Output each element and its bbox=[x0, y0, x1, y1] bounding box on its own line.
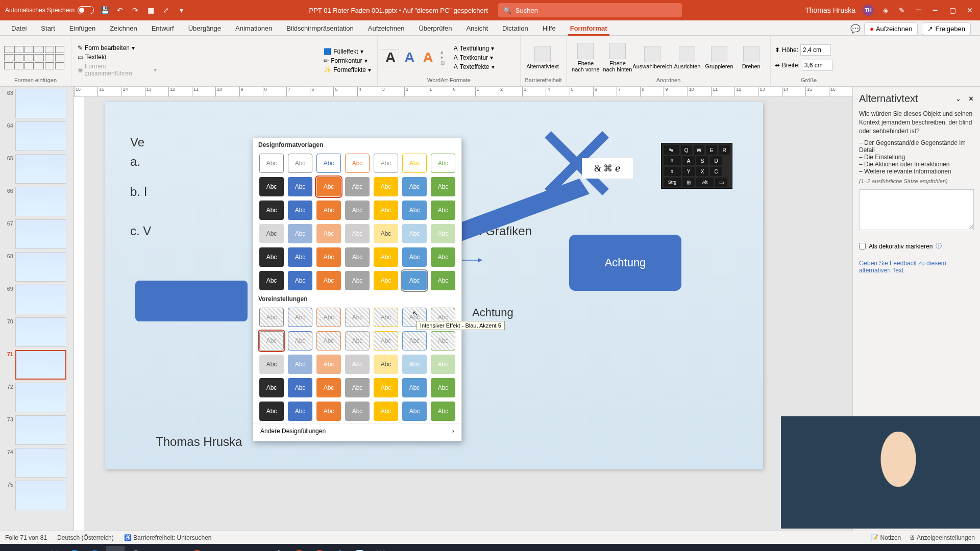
slide-count[interactable]: Folie 71 von 81 bbox=[5, 534, 47, 541]
style-swatch[interactable]: Abc bbox=[402, 378, 427, 397]
style-swatch[interactable]: Abc bbox=[288, 378, 312, 397]
display-settings-button[interactable]: 🖥 Anzeigeeinstellungen bbox=[909, 534, 975, 541]
style-swatch[interactable]: Abc bbox=[345, 378, 370, 397]
autosave-toggle[interactable]: Automatisches Speichern bbox=[5, 6, 94, 14]
style-swatch[interactable]: Abc bbox=[345, 308, 370, 327]
style-swatch[interactable]: Abc bbox=[402, 224, 427, 243]
slide-canvas[interactable]: 1615141312111098765432101234567891011121… bbox=[74, 87, 852, 531]
tab-entwurf[interactable]: Entwurf bbox=[144, 21, 181, 35]
style-swatch[interactable]: Abc bbox=[431, 271, 455, 290]
thumbnail-slide[interactable]: 64 bbox=[2, 121, 71, 151]
style-swatch[interactable]: Abc bbox=[259, 402, 284, 421]
user-name[interactable]: Thomas Hruska bbox=[805, 6, 855, 14]
style-swatch[interactable]: Abc bbox=[374, 271, 398, 290]
tab-dictation[interactable]: Dictation bbox=[495, 21, 535, 35]
style-swatch[interactable]: Abc bbox=[316, 154, 341, 173]
app-icon[interactable]: 🔴 bbox=[188, 546, 206, 551]
style-swatch[interactable]: Abc bbox=[402, 331, 427, 350]
avatar[interactable]: TH bbox=[863, 5, 874, 16]
shapes-gallery[interactable] bbox=[4, 46, 64, 69]
explorer-icon[interactable]: 📁 bbox=[24, 546, 43, 551]
style-swatch[interactable]: Abc bbox=[431, 224, 455, 243]
close-button[interactable]: ✕ bbox=[965, 5, 975, 15]
thumbnail-slide[interactable]: 65 bbox=[2, 154, 71, 184]
style-swatch[interactable]: Abc bbox=[374, 402, 398, 421]
fill-effect-button[interactable]: 🟦 Fülleffekt ▾ bbox=[322, 47, 373, 56]
style-swatch[interactable]: Abc bbox=[316, 308, 341, 327]
app-icon[interactable]: ⭕ bbox=[290, 546, 308, 551]
style-swatch[interactable]: Abc bbox=[374, 355, 398, 374]
style-swatch[interactable]: Abc bbox=[402, 154, 427, 173]
style-swatch[interactable]: Abc bbox=[288, 308, 312, 327]
style-swatch[interactable]: Abc bbox=[259, 177, 284, 196]
other-fills-button[interactable]: Andere Designfüllungen› bbox=[253, 423, 461, 439]
style-swatch[interactable]: Abc bbox=[431, 355, 455, 374]
chevron-down-icon[interactable]: ⌄ bbox=[955, 95, 961, 103]
style-swatch[interactable]: Abc bbox=[259, 224, 284, 243]
tab-uebergaenge[interactable]: Übergänge bbox=[181, 21, 228, 35]
style-swatch[interactable]: Abc bbox=[374, 224, 398, 243]
text-outline-button[interactable]: A Textkontur ▾ bbox=[452, 54, 497, 62]
text-effects-button[interactable]: A Texteffekte ▾ bbox=[452, 63, 497, 71]
slide-thumbnails[interactable]: 63646566676869707172737475 bbox=[0, 87, 74, 531]
close-icon[interactable]: ✕ bbox=[968, 95, 974, 103]
style-swatch[interactable]: Abc bbox=[288, 331, 312, 350]
thumbnail-slide[interactable]: 70 bbox=[2, 317, 71, 347]
style-swatch[interactable]: Abc bbox=[259, 201, 284, 220]
language-status[interactable]: Deutsch (Österreich) bbox=[57, 534, 114, 541]
thumbnail-slide[interactable]: 63 bbox=[2, 89, 71, 118]
undo-icon[interactable]: ↶ bbox=[115, 6, 125, 15]
style-swatch[interactable]: Abc bbox=[345, 201, 370, 220]
notes-button[interactable]: 📝 Notizen bbox=[871, 534, 901, 541]
feedback-link[interactable]: Geben Sie Feedback zu diesem alternative… bbox=[859, 260, 974, 274]
shape-effects-button[interactable]: ✨ Formeffekte ▾ bbox=[322, 66, 373, 74]
edit-shape-button[interactable]: ✎ Form bearbeiten ▾ bbox=[76, 44, 159, 52]
onenote-icon[interactable]: N bbox=[208, 546, 227, 551]
style-swatch[interactable]: Abc bbox=[402, 271, 427, 290]
tab-animationen[interactable]: Animationen bbox=[228, 21, 279, 35]
tab-ansicht[interactable]: Ansicht bbox=[459, 21, 495, 35]
style-swatch[interactable]: Abc bbox=[402, 177, 427, 196]
style-swatch[interactable]: Abc bbox=[288, 201, 312, 220]
style-swatch[interactable]: Abc bbox=[402, 247, 427, 267]
bring-forward-button[interactable]: Ebene nach vorne bbox=[571, 43, 601, 72]
style-swatch[interactable]: Abc bbox=[374, 201, 398, 220]
style-swatch[interactable]: Abc bbox=[345, 247, 370, 267]
thumbnail-slide[interactable]: 72 bbox=[2, 383, 71, 412]
style-swatch[interactable]: Abc bbox=[316, 271, 341, 290]
tab-einfuegen[interactable]: Einfügen bbox=[62, 21, 103, 35]
app-icon[interactable]: 🖼 bbox=[372, 546, 390, 551]
style-swatch[interactable]: Abc bbox=[259, 378, 284, 397]
app-icon[interactable]: 📄 bbox=[351, 546, 370, 551]
selection-pane-button[interactable]: Auswahlbereich bbox=[634, 46, 670, 69]
style-swatch[interactable]: Abc bbox=[259, 247, 284, 267]
wordart-style[interactable]: A bbox=[420, 49, 436, 66]
minimize-button[interactable]: ━ bbox=[930, 5, 940, 15]
shape-outline-button[interactable]: ✏ Formkontur ▾ bbox=[322, 57, 373, 65]
wordart-style[interactable]: A bbox=[382, 49, 399, 66]
style-swatch[interactable]: Abc bbox=[345, 154, 370, 173]
decorative-checkbox[interactable]: Als dekorativ markieren ⓘ bbox=[859, 242, 974, 251]
save-icon[interactable]: 💾 bbox=[100, 6, 109, 15]
style-swatch[interactable]: Abc bbox=[402, 201, 427, 220]
align-button[interactable]: Ausrichten bbox=[672, 46, 702, 69]
tab-ueberpruefen[interactable]: Überprüfen bbox=[411, 21, 459, 35]
header-icon[interactable]: ▭ bbox=[914, 6, 923, 15]
style-swatch[interactable]: Abc bbox=[259, 308, 284, 327]
maximize-button[interactable]: ▢ bbox=[947, 5, 958, 15]
rotate-button[interactable]: Drehen bbox=[736, 46, 766, 69]
qat-icon[interactable]: ⤢ bbox=[161, 6, 170, 15]
thumbnail-slide[interactable]: 68 bbox=[2, 252, 71, 282]
style-swatch[interactable]: Abc bbox=[288, 154, 312, 173]
qat-more-icon[interactable]: ▾ bbox=[177, 6, 186, 15]
style-swatch[interactable]: Abc bbox=[402, 355, 427, 374]
style-swatch[interactable]: Abc bbox=[288, 224, 312, 243]
edge-icon[interactable]: 🔵 bbox=[86, 546, 104, 551]
style-swatch[interactable]: Abc bbox=[431, 154, 455, 173]
style-swatch[interactable]: Abc bbox=[374, 177, 398, 196]
style-swatch[interactable]: Abc bbox=[316, 402, 341, 421]
style-swatch[interactable]: Abc bbox=[316, 331, 341, 350]
tab-datei[interactable]: Datei bbox=[4, 21, 34, 35]
taskbar[interactable]: ⊞ 📁 🦊 🌐 🔵 P 💬 🔺 📷 🔴 N V ✈ 📋 ⭕ ⭕ 🔷 📄 🖼 ⛅ … bbox=[0, 544, 980, 551]
app-icon[interactable]: 💬 bbox=[127, 546, 145, 551]
